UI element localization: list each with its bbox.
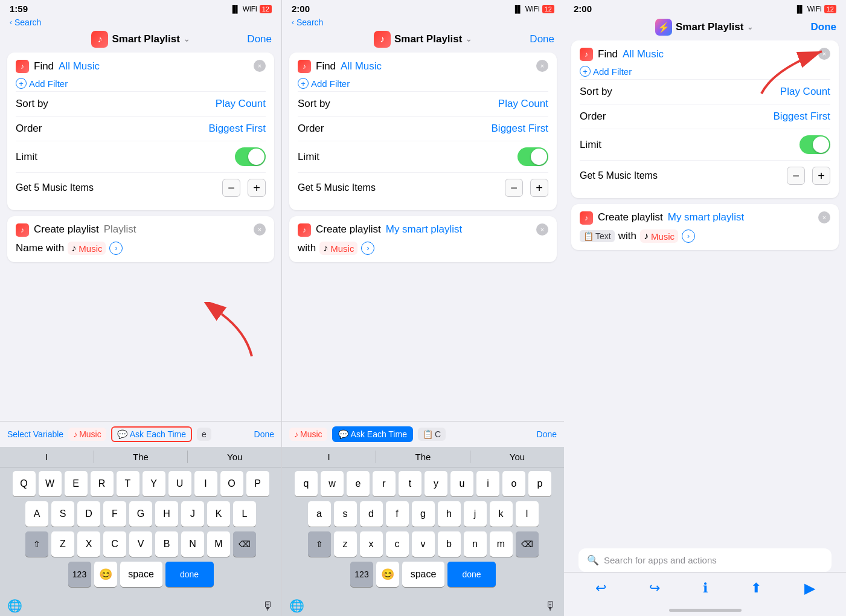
clipboard-var-2[interactable]: 📋 C (418, 428, 446, 441)
clipboard-var-1[interactable]: e (197, 428, 211, 441)
key-f-1[interactable]: F (103, 501, 126, 527)
key-e-2[interactable]: e (347, 471, 370, 496)
playlist-name-input-1[interactable] (104, 223, 152, 236)
redo-icon-3[interactable]: ↪ (649, 580, 660, 596)
stepper-minus-2[interactable]: − (505, 179, 523, 197)
key-c-1[interactable]: C (103, 531, 126, 557)
key-n-2[interactable]: n (464, 531, 487, 557)
key-v-2[interactable]: v (412, 531, 435, 557)
find-value-1[interactable]: All Music (59, 60, 100, 72)
close-create-1[interactable]: × (254, 223, 266, 236)
back-label-2[interactable]: Search (296, 18, 323, 27)
key-h-2[interactable]: h (438, 501, 461, 527)
limit-toggle-1[interactable] (235, 147, 266, 166)
info-icon-3[interactable]: ℹ (703, 580, 708, 596)
key-h-1[interactable]: H (155, 501, 178, 527)
arrow-circle-3[interactable]: › (682, 229, 695, 243)
key-n-1[interactable]: N (181, 531, 204, 557)
ask-each-time-2[interactable]: 💬 Ask Each Time (332, 426, 413, 442)
key-g-2[interactable]: g (412, 501, 435, 527)
limit-toggle-2[interactable] (518, 147, 548, 166)
done-button-1[interactable]: Done (247, 33, 272, 45)
limit-toggle-3[interactable] (800, 135, 830, 154)
key-y-1[interactable]: Y (143, 471, 165, 496)
key-emoji-1[interactable]: 😊 (94, 562, 117, 587)
key-delete-2[interactable]: ⌫ (516, 531, 539, 557)
undo-icon-3[interactable]: ↩ (595, 580, 606, 596)
key-m-1[interactable]: M (207, 531, 230, 557)
key-m-2[interactable]: m (490, 531, 513, 557)
key-w-2[interactable]: w (321, 471, 344, 496)
key-i-1[interactable]: I (194, 471, 217, 496)
suggest-i-1[interactable]: I (0, 451, 94, 463)
mic-icon-1[interactable]: 🎙 (262, 599, 274, 613)
find-value-2[interactable]: All Music (341, 60, 382, 72)
key-num-2[interactable]: 123 (350, 562, 373, 587)
key-r-1[interactable]: R (91, 471, 114, 496)
globe-icon-1[interactable]: 🌐 (7, 598, 22, 613)
find-value-3[interactable]: All Music (623, 48, 664, 60)
key-s-1[interactable]: S (51, 501, 74, 527)
back-label-1[interactable]: Search (14, 18, 41, 27)
stepper-minus-1[interactable]: − (222, 179, 240, 197)
done-button-3[interactable]: Done (810, 21, 836, 33)
playlist-name-3[interactable]: My smart playlist (668, 211, 745, 223)
suggest-the-2[interactable]: The (376, 451, 470, 463)
play-icon-3[interactable]: ▶ (804, 580, 815, 597)
key-x-1[interactable]: X (77, 531, 100, 557)
key-done-2[interactable]: done (447, 562, 496, 587)
key-t-2[interactable]: t (399, 471, 421, 496)
text-badge-3[interactable]: 📋 Text (580, 230, 615, 242)
add-filter-3[interactable]: + Add Filter (580, 66, 830, 77)
key-k-2[interactable]: k (490, 501, 513, 527)
key-d-2[interactable]: d (360, 501, 383, 527)
done-button-2[interactable]: Done (530, 33, 554, 45)
key-g-1[interactable]: G (129, 501, 152, 527)
close-find-1[interactable]: × (254, 60, 266, 72)
key-t-1[interactable]: T (117, 471, 139, 496)
key-k-1[interactable]: K (207, 501, 230, 527)
music-badge-2[interactable]: ♪ Music (319, 242, 357, 255)
mic-icon-2[interactable]: 🎙 (545, 599, 557, 613)
key-space-1[interactable]: space (120, 562, 162, 587)
key-delete-1[interactable]: ⌫ (233, 531, 256, 557)
sort-value-1[interactable]: Play Count (216, 98, 266, 110)
key-i-2[interactable]: i (476, 471, 499, 496)
key-a-2[interactable]: a (308, 501, 331, 527)
key-s-2[interactable]: s (334, 501, 357, 527)
stepper-plus-3[interactable]: + (812, 167, 830, 185)
key-o-2[interactable]: o (502, 471, 525, 496)
music-badge-3[interactable]: ♪ Music (640, 229, 678, 243)
key-f-2[interactable]: f (386, 501, 409, 527)
key-shift-1[interactable]: ⇧ (25, 531, 48, 557)
stepper-plus-2[interactable]: + (530, 179, 548, 197)
key-done-1[interactable]: done (165, 562, 214, 587)
suggest-you-2[interactable]: You (470, 451, 564, 463)
suggest-you-1[interactable]: You (188, 451, 281, 463)
key-q-1[interactable]: Q (13, 471, 36, 496)
chevron-down-icon-2[interactable]: ⌄ (466, 35, 472, 43)
close-find-2[interactable]: × (536, 60, 548, 72)
key-z-2[interactable]: z (334, 531, 357, 557)
close-create-3[interactable]: × (818, 211, 830, 223)
sort-value-2[interactable]: Play Count (498, 98, 548, 110)
back-nav-1[interactable]: ‹ Search (0, 16, 281, 28)
close-create-2[interactable]: × (536, 223, 548, 236)
back-nav-2[interactable]: ‹ Search (282, 16, 564, 28)
key-num-1[interactable]: 123 (68, 562, 91, 587)
key-u-2[interactable]: u (450, 471, 473, 496)
playlist-name-2[interactable]: My smart playlist (386, 223, 463, 236)
order-value-3[interactable]: Biggest First (774, 111, 830, 123)
select-variable-1[interactable]: Select Variable (7, 429, 63, 439)
add-filter-1[interactable]: + Add Filter (16, 78, 266, 89)
var-done-2[interactable]: Done (537, 429, 557, 439)
music-var-1[interactable]: ♪ Music (68, 428, 106, 441)
key-x-2[interactable]: x (360, 531, 383, 557)
key-o-1[interactable]: O (220, 471, 243, 496)
key-q-2[interactable]: q (295, 471, 318, 496)
key-space-2[interactable]: space (402, 562, 444, 587)
sort-value-3[interactable]: Play Count (780, 86, 830, 98)
key-j-2[interactable]: j (464, 501, 487, 527)
suggest-the-1[interactable]: The (94, 451, 188, 463)
key-shift-2[interactable]: ⇧ (308, 531, 331, 557)
